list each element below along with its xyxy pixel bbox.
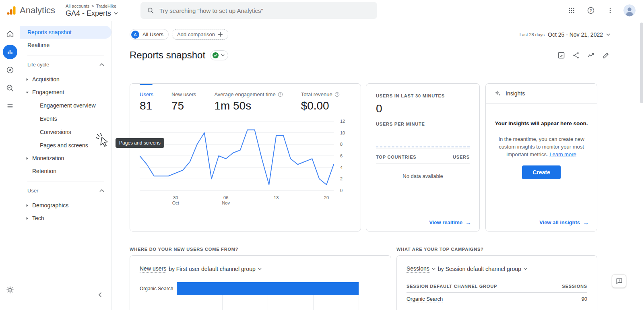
sidebar-item-conversions[interactable]: Conversions — [20, 125, 111, 138]
sidebar-item-label: Engagement — [32, 89, 64, 95]
svg-text:10: 10 — [340, 130, 345, 135]
sidebar-item-retention[interactable]: Retention — [20, 165, 111, 178]
sidebar-section-user[interactable]: User — [20, 182, 111, 199]
account-switcher[interactable]: All accounts > TradeHike GA4 - Experts — [66, 4, 118, 18]
insights-headline: Your Insights will appear here soon. — [495, 120, 588, 126]
dimension-label[interactable]: by Session default channel group — [438, 266, 521, 272]
create-insight-button[interactable]: Create — [522, 165, 561, 179]
analytics-home-link[interactable]: Analytics — [6, 5, 66, 16]
chevron-down-icon[interactable] — [258, 268, 262, 270]
expand-arrow-icon[interactable] — [25, 217, 29, 220]
explore-icon[interactable] — [3, 63, 17, 77]
search-input[interactable] — [159, 7, 371, 14]
expand-arrow-icon[interactable] — [25, 204, 29, 207]
svg-text:?: ? — [336, 93, 338, 96]
data-quality-badge[interactable] — [210, 50, 228, 60]
date-range-picker[interactable]: Last 28 days Oct 25 - Nov 21, 2022 — [520, 31, 610, 38]
settings-gear-icon[interactable] — [3, 283, 17, 297]
insights-title: Insights — [506, 90, 525, 97]
metric-selector[interactable]: New users — [140, 265, 166, 273]
all-users-comparison-chip[interactable]: A All Users — [130, 29, 169, 40]
sidebar-item-events[interactable]: Events — [20, 112, 111, 125]
sidebar-item-engagement-overview[interactable]: Engagement overview — [20, 99, 111, 112]
table-cell-channel[interactable]: Organic Search — [407, 296, 443, 302]
metric-tab-new-users[interactable]: New users 75 — [171, 91, 196, 112]
chevron-down-icon[interactable] — [432, 268, 436, 270]
users-over-time-chart: 02468101230Oct06Nov1320 — [140, 119, 352, 207]
breadcrumb-separator: > — [91, 4, 94, 8]
sidebar-item-label: Tech — [32, 215, 44, 221]
sidebar-item-realtime[interactable]: Realtime — [20, 39, 111, 52]
metric-tab-users[interactable]: Users 81 — [140, 91, 153, 112]
metric-tab-total-revenue[interactable]: Total revenue ? $0.00 — [301, 91, 340, 112]
main-content: A All Users Add comparison Last 28 days … — [112, 21, 644, 310]
sidebar-item-tech[interactable]: Tech — [20, 212, 111, 225]
metric-label: Total revenue — [301, 91, 332, 97]
app-name: Analytics — [20, 5, 55, 16]
page-title: Reports snapshot — [130, 50, 205, 61]
feedback-icon[interactable] — [612, 274, 626, 288]
more-vert-icon[interactable] — [602, 2, 618, 19]
customize-report-icon[interactable] — [557, 51, 566, 60]
top-countries-label[interactable]: TOP COUNTRIES — [376, 155, 416, 159]
property-name: GA4 - Experts — [66, 9, 111, 18]
realtime-30min-value: 0 — [376, 102, 470, 115]
new-users-section-header: WHERE DO YOUR NEW USERS COME FROM? — [130, 247, 391, 252]
share-icon[interactable] — [572, 51, 580, 60]
reports-icon[interactable] — [3, 45, 17, 59]
sidebar-item-monetization[interactable]: Monetization — [20, 152, 111, 165]
view-all-insights-link[interactable]: View all insights → — [539, 219, 589, 225]
svg-text:?: ? — [279, 93, 281, 96]
chevron-down-icon[interactable] — [524, 268, 527, 270]
edit-icon[interactable] — [602, 51, 610, 60]
global-search[interactable] — [140, 2, 377, 19]
home-icon[interactable] — [3, 27, 17, 41]
help-icon[interactable]: ? — [334, 92, 340, 97]
metric-value: 81 — [140, 99, 153, 112]
svg-text:4: 4 — [340, 165, 343, 170]
metric-value: 75 — [171, 99, 196, 112]
add-comparison-button[interactable]: Add comparison — [172, 29, 228, 40]
metric-label: Average engagement time — [214, 91, 275, 97]
breadcrumb-root[interactable]: All accounts — [66, 4, 89, 8]
no-data-message: No data available — [376, 173, 470, 179]
metric-tab-avg-engagement-time[interactable]: Average engagement time ? 1m 50s — [214, 91, 283, 112]
insights-icon[interactable] — [587, 51, 595, 60]
svg-text:Nov: Nov — [222, 200, 230, 205]
sidebar-item-reports-snapshot[interactable]: Reports snapshot — [20, 26, 111, 39]
expand-arrow-icon[interactable] — [25, 78, 29, 81]
sidebar-item-label: Conversions — [40, 129, 71, 135]
sidebar-item-acquisition[interactable]: Acquisition — [20, 73, 111, 86]
expand-arrow-icon[interactable] — [25, 157, 29, 160]
sidebar-item-demographics[interactable]: Demographics — [20, 199, 111, 212]
svg-text:2: 2 — [340, 176, 343, 181]
bar-row: Organic Search — [140, 282, 381, 295]
comparison-bar: A All Users Add comparison Last 28 days … — [130, 29, 610, 40]
table-row[interactable]: Organic Search90 — [407, 293, 587, 305]
metric-selector[interactable]: Sessions — [407, 265, 429, 273]
vertical-scrollbar[interactable] — [640, 23, 643, 103]
table-col-sessions[interactable]: SESSIONS — [562, 284, 587, 289]
help-icon[interactable]: ? — [278, 92, 283, 97]
sidebar-item-pages-and-screens[interactable]: Pages and screens — [20, 138, 111, 152]
divider — [376, 149, 470, 149]
help-icon[interactable]: ? — [583, 2, 599, 19]
apps-grid-icon[interactable] — [564, 2, 580, 19]
date-range-preset: Last 28 days — [520, 32, 545, 37]
view-realtime-link[interactable]: View realtime → — [429, 219, 471, 225]
learn-more-link[interactable]: Learn more — [549, 151, 576, 157]
chevron-up-icon[interactable] — [99, 189, 104, 192]
chevron-up-icon[interactable] — [99, 63, 104, 66]
avatar[interactable] — [621, 2, 638, 19]
sidebar-section-life-cycle[interactable]: Life cycle — [20, 56, 111, 73]
advertising-icon[interactable] — [3, 81, 17, 95]
dimension-label[interactable]: by First user default channel group — [169, 266, 256, 272]
chevron-down-icon — [606, 33, 610, 36]
breadcrumb-current[interactable]: TradeHike — [96, 4, 116, 8]
collapse-sidebar-icon[interactable] — [95, 289, 106, 300]
collapse-arrow-icon[interactable] — [25, 91, 29, 94]
library-icon[interactable] — [3, 99, 17, 114]
table-col-channel[interactable]: SESSION DEFAULT CHANNEL GROUP — [407, 284, 497, 289]
bar[interactable] — [177, 282, 359, 295]
sidebar-item-engagement[interactable]: Engagement — [20, 86, 111, 99]
